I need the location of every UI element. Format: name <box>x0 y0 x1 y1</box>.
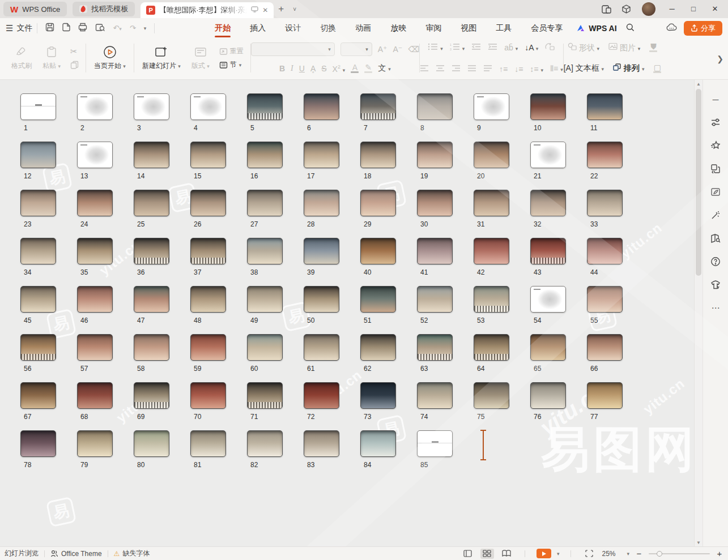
outline-color-button[interactable]: ▢ <box>653 65 661 73</box>
print-preview-icon[interactable] <box>95 23 105 33</box>
multi-device-icon[interactable] <box>598 5 615 14</box>
slide-thumbnail[interactable] <box>474 238 509 264</box>
layout-button[interactable]: 版式 ▾ <box>188 44 214 72</box>
slide-thumbnail[interactable] <box>360 430 396 457</box>
reset-button[interactable]: 重置 <box>217 45 246 58</box>
slide-thumbnail[interactable] <box>247 382 283 409</box>
play-from-current-button[interactable]: 当页开始 ▾ <box>91 44 129 72</box>
slide-thumbnail[interactable] <box>587 286 623 313</box>
slide-thumbnail[interactable] <box>417 382 453 409</box>
slide-thumbnail[interactable] <box>134 93 169 120</box>
zoom-slider[interactable] <box>649 553 710 554</box>
phonetic-guide-button[interactable]: 文 ▾ <box>378 63 390 74</box>
decrease-indent-button[interactable] <box>471 43 481 52</box>
more-options-icon[interactable]: ⋯ <box>709 301 722 315</box>
slide-thumbnail[interactable] <box>77 334 113 361</box>
document-tab[interactable]: P 【唯想国际·李想】深圳·亲尔宝 ✕ <box>141 2 274 18</box>
slide-thumbnail[interactable] <box>77 382 113 409</box>
app-center-icon[interactable] <box>618 5 635 14</box>
slide-thumbnail[interactable] <box>20 430 56 457</box>
slide-thumbnail[interactable] <box>20 382 56 409</box>
numbered-list-button[interactable]: 13 ▾ <box>450 43 465 52</box>
slide-thumbnail[interactable] <box>304 334 339 361</box>
textbox-button[interactable]: [A] 文本框 ▾ <box>564 63 604 74</box>
redo-icon[interactable]: ↷ <box>130 24 136 32</box>
design-assistant-icon[interactable] <box>709 185 722 199</box>
slide-thumbnail[interactable] <box>474 334 509 361</box>
columns-button[interactable]: ⦀≡ ▾ <box>550 64 563 74</box>
slide-thumbnail[interactable] <box>304 93 339 120</box>
line-spacing-up-icon[interactable]: ↑≡ <box>499 65 508 74</box>
slide-thumbnail[interactable] <box>190 190 226 216</box>
quick-access-caret-icon[interactable]: ▾ <box>144 25 147 31</box>
find-assets-icon[interactable] <box>709 232 722 245</box>
slide-thumbnail[interactable] <box>247 238 283 264</box>
picture-button[interactable]: 图片 ▾ <box>608 42 640 53</box>
copy-button[interactable] <box>68 58 81 72</box>
transition-icon[interactable] <box>709 162 722 176</box>
vertical-text-button[interactable]: ↓A ▾ <box>525 43 538 52</box>
undo-icon[interactable]: ↶▾ <box>113 24 121 32</box>
slide-thumbnail[interactable] <box>530 382 566 409</box>
effects-star-icon[interactable] <box>709 139 722 152</box>
close-document-icon[interactable]: ✕ <box>262 6 268 14</box>
slide-thumbnail[interactable] <box>247 93 283 120</box>
slide-thumbnail[interactable] <box>587 190 623 216</box>
slide-thumbnail[interactable] <box>134 190 169 216</box>
font-family-select[interactable]: ▾ <box>251 42 335 56</box>
slide-thumbnail[interactable] <box>247 142 283 168</box>
slide-thumbnail[interactable] <box>474 190 509 216</box>
properties-icon[interactable] <box>709 116 722 129</box>
increase-indent-button[interactable] <box>488 43 497 52</box>
zoom-caret-icon[interactable]: ▾ <box>627 551 629 557</box>
slide-thumbnail[interactable] <box>360 190 396 216</box>
user-avatar[interactable] <box>642 2 655 16</box>
tab-review[interactable]: 审阅 <box>424 20 442 37</box>
highlight-color-button[interactable]: ✎ <box>364 65 372 73</box>
tab-tools[interactable]: 工具 <box>495 20 513 37</box>
screen-share-icon[interactable] <box>251 6 258 14</box>
magic-wand-icon[interactable] <box>709 208 722 222</box>
normal-view-button[interactable] <box>461 549 475 559</box>
slide-thumbnail[interactable] <box>530 142 566 168</box>
align-left-button[interactable] <box>420 65 429 74</box>
fill-color-button[interactable]: ⛊ <box>649 44 657 52</box>
slide-thumbnail[interactable] <box>417 238 453 264</box>
tab-home[interactable]: 开始 <box>214 20 232 37</box>
slide-thumbnail[interactable] <box>20 238 56 264</box>
slide-thumbnail[interactable] <box>247 430 283 457</box>
skin-theme-icon[interactable] <box>709 278 722 292</box>
slide-thumbnail[interactable] <box>247 334 283 361</box>
tab-animation[interactable]: 动画 <box>354 20 372 37</box>
zoom-level-label[interactable]: 25% <box>602 550 621 558</box>
slide-thumbnail[interactable] <box>530 93 566 120</box>
wps-home-button[interactable]: W WPS Office <box>3 2 67 16</box>
slide-thumbnail[interactable] <box>417 286 453 313</box>
scroll-down-icon[interactable]: ▼ <box>695 538 703 546</box>
slide-thumbnail[interactable] <box>134 238 169 264</box>
slide-thumbnail[interactable] <box>247 190 283 216</box>
slide-thumbnail[interactable] <box>417 190 453 216</box>
slide-thumbnail[interactable] <box>360 93 396 120</box>
superscript-button[interactable]: X2 ▾ <box>333 64 346 74</box>
slide-thumbnail[interactable] <box>474 382 509 409</box>
slide-thumbnail[interactable] <box>134 334 169 361</box>
close-window-button[interactable]: ✕ <box>705 0 725 18</box>
cut-button[interactable]: ✂ <box>68 45 81 58</box>
search-icon[interactable] <box>626 23 635 33</box>
slide-thumbnail[interactable] <box>587 238 623 264</box>
slide-thumbnail[interactable] <box>587 93 623 120</box>
zoom-out-button[interactable]: − <box>635 549 643 558</box>
template-tab[interactable]: 找稻壳模板 <box>73 2 135 16</box>
slide-thumbnail[interactable] <box>77 93 113 120</box>
slide-thumbnail[interactable] <box>474 93 509 120</box>
share-button[interactable]: 分享 <box>684 21 722 36</box>
slide-thumbnail[interactable] <box>360 142 396 168</box>
slide-thumbnail[interactable] <box>134 286 169 313</box>
tab-transition[interactable]: 切换 <box>319 20 337 37</box>
slide-thumbnail[interactable] <box>190 430 226 457</box>
tab-member[interactable]: 会员专享 <box>530 20 564 37</box>
export-pdf-icon[interactable] <box>62 23 70 33</box>
slide-thumbnail[interactable] <box>247 286 283 313</box>
slide-thumbnail[interactable] <box>530 286 566 313</box>
